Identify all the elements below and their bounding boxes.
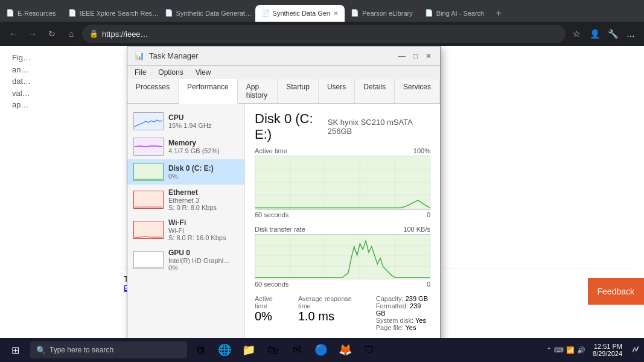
browser-chrome: 📄 E-Resources 📄 IEEE Xplore Search Res… … [0, 0, 644, 46]
svg-rect-3 [135, 191, 163, 208]
tm-tab-details[interactable]: Details [355, 79, 395, 103]
chrome-icon[interactable]: 🔵 [310, 339, 332, 361]
tm-sidebar-cpu[interactable]: CPU 15% 1.94 GHz [127, 109, 244, 134]
edge-icon[interactable]: 🌐 [214, 339, 235, 361]
notification-button[interactable]: 🗲 [630, 338, 642, 362]
memory-thumb [133, 138, 164, 156]
tm-close-button[interactable]: ✕ [424, 52, 433, 60]
search-placeholder-text: Type here to search [49, 346, 113, 354]
tm-maximize-button[interactable]: □ [411, 52, 419, 60]
ethernet-sparkline [134, 191, 163, 208]
start-button[interactable]: ⊞ [0, 338, 30, 362]
refresh-button[interactable]: ↻ [43, 25, 60, 42]
tab-favicon-ieee: 📄 [68, 9, 77, 17]
tm-tab-apphistory[interactable]: App history [238, 79, 278, 103]
tm-tab-services[interactable]: Services [395, 79, 440, 103]
tm-title-text: Task Manager [149, 51, 199, 60]
tm-tab-users[interactable]: Users [319, 79, 355, 103]
tm-disk-subtitle: SK hynix SC210 mSATA 256GB [328, 118, 430, 136]
keyboard-icon: ⌨ [554, 346, 564, 354]
tab-close-synth2[interactable]: ✕ [333, 10, 339, 17]
tab-synth2[interactable]: 📄 Synthetic Data Gen ✕ [255, 5, 345, 22]
volume-icon[interactable]: 🔊 [577, 346, 585, 354]
stat-avg-val: 1.0 ms [298, 310, 364, 323]
tm-minimize-button[interactable]: — [398, 52, 406, 60]
transfer-bottom: 60 seconds 0 [255, 281, 430, 288]
stat-sysdisk-row: System disk: Yes [376, 317, 430, 324]
tm-sidebar-wifi[interactable]: Wi-Fi Wi-Fi S: 8.0 R: 16.0 Kbps [127, 215, 244, 245]
tab-bing[interactable]: 📄 Bing AI - Search [419, 5, 491, 22]
tm-sidebar-disk[interactable]: Disk 0 (C: E:) 0% [127, 159, 244, 185]
tray-time[interactable]: 12:51 PM 8/29/2024 [588, 343, 627, 357]
gpu-sub1: Intel(R) HD Graphi… [168, 257, 238, 264]
network-icon[interactable]: 📶 [566, 346, 575, 354]
tray-icons: ⌃ ⌨ 📶 🔊 [546, 346, 585, 354]
ethernet-info: Ethernet Ethernet 3 S: 0 R: 8.0 Kbps [168, 188, 238, 211]
tray-up-icon[interactable]: ⌃ [546, 346, 552, 354]
transfer-label-row: Disk transfer rate 100 KB/s [255, 226, 430, 233]
store-icon[interactable]: 🛍 [262, 339, 284, 361]
bookmark-button[interactable]: ☆ [568, 25, 585, 42]
tab-pearson[interactable]: 📄 Pearson eLibrary [345, 5, 419, 22]
back-button[interactable]: ← [5, 25, 22, 42]
disk-name: Disk 0 (C: E:) [168, 164, 238, 173]
svg-rect-0 [135, 113, 163, 130]
stats-row: Active time 0% Average response time 1.0… [255, 295, 430, 331]
security-icon[interactable]: 🛡 [359, 339, 380, 361]
lock-icon: 🔒 [89, 30, 98, 38]
feedback-button[interactable]: Feedback [588, 278, 644, 305]
stat-active-label: Active time [255, 295, 286, 310]
transfer-zero: 0 [427, 281, 430, 288]
tab-label-synth1: Synthetic Data Generat… [176, 10, 252, 17]
transfer-svg [255, 235, 430, 279]
active-time-chart [255, 156, 430, 210]
tab-bar: 📄 E-Resources 📄 IEEE Xplore Search Res… … [0, 0, 644, 22]
firefox-icon[interactable]: 🦊 [334, 339, 356, 361]
forward-button[interactable]: → [24, 25, 41, 42]
tab-eresources[interactable]: 📄 E-Resources [0, 5, 62, 22]
stat-active-time: Active time 0% [255, 295, 286, 331]
taskview-icon[interactable]: ⧉ [190, 339, 211, 361]
tm-tab-performance[interactable]: Performance [179, 79, 238, 104]
tab-label-ieee: IEEE Xplore Search Res… [80, 10, 159, 17]
tab-synth1[interactable]: 📄 Synthetic Data Generat… [159, 5, 255, 22]
memory-name: Memory [168, 139, 238, 147]
active-time-label-row: Active time 100% [255, 147, 430, 154]
browser-actions: ☆ 👤 🔧 … [568, 25, 639, 42]
tm-menu-file[interactable]: File [132, 67, 148, 78]
tm-tab-startup[interactable]: Startup [278, 79, 319, 103]
tab-favicon-synth1: 📄 [165, 9, 173, 17]
gpu-sparkline [134, 252, 163, 268]
tm-menu-view[interactable]: View [193, 67, 214, 78]
stat-avg-response: Average response time 1.0 ms [298, 295, 364, 331]
tm-menu-options[interactable]: Options [156, 67, 185, 78]
fileexplorer-icon[interactable]: 📁 [238, 339, 260, 361]
tm-sidebar-ethernet[interactable]: Ethernet Ethernet 3 S: 0 R: 8.0 Kbps [127, 185, 244, 215]
tab-favicon-bing: 📄 [425, 9, 433, 17]
taskbar-tray: ⌃ ⌨ 📶 🔊 12:51 PM 8/29/2024 🗲 [546, 338, 644, 362]
capacity-val: 239 GB [406, 295, 428, 302]
memory-sparkline [134, 138, 163, 155]
tm-sidebar-memory[interactable]: Memory 4.1/7.9 GB (52%) [127, 134, 244, 159]
tm-tabs: Processes Performance App history Startu… [127, 79, 440, 104]
menu-button[interactable]: … [622, 25, 639, 42]
new-tab-button[interactable]: + [490, 5, 507, 22]
tm-tab-processes[interactable]: Processes [127, 79, 179, 103]
windows-icon: ⊞ [11, 345, 19, 356]
tab-ieee[interactable]: 📄 IEEE Xplore Search Res… [62, 5, 159, 22]
taskbar-search[interactable]: 🔍 Type here to search [30, 341, 187, 358]
mail-icon[interactable]: ✉ [286, 339, 308, 361]
cpu-info: CPU 15% 1.94 GHz [168, 113, 238, 129]
tm-menubar: File Options View [127, 66, 440, 79]
home-button[interactable]: ⌂ [63, 25, 80, 42]
profile-button[interactable]: 👤 [586, 25, 603, 42]
memory-sub: 4.1/7.9 GB (52%) [168, 147, 238, 154]
tm-window-buttons: — □ ✕ [398, 52, 433, 60]
stat-active-val: 0% [255, 310, 286, 323]
address-bar[interactable]: 🔒 https://ieee… [82, 25, 566, 43]
capacity-label: Capacity: [376, 295, 404, 302]
ethernet-sub1: Ethernet 3 [168, 197, 238, 204]
extensions-button[interactable]: 🔧 [604, 25, 621, 42]
tm-sidebar-gpu[interactable]: GPU 0 Intel(R) HD Graphi… 0% [127, 245, 244, 275]
svg-rect-6 [255, 157, 430, 209]
